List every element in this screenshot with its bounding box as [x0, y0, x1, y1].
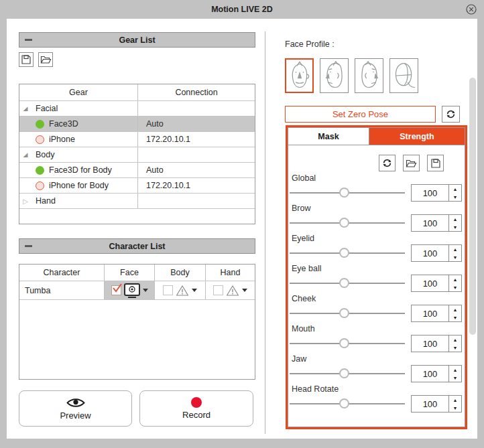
side-profile-head-icon — [391, 60, 417, 91]
slider-label: Mouth — [292, 324, 315, 333]
value-spinbox[interactable]: 100 ▲▼ — [411, 184, 462, 202]
gear-row-iphone[interactable]: iPhone 172.20.10.1 — [19, 132, 255, 147]
slider-handle[interactable] — [339, 278, 349, 288]
slider-handle[interactable] — [339, 368, 349, 378]
slider-handle[interactable] — [339, 188, 349, 198]
vertical-scrollbar[interactable] — [469, 78, 476, 335]
strength-save-button[interactable] — [427, 155, 444, 171]
slider-handle[interactable] — [339, 308, 349, 318]
value-spinbox[interactable]: 100 ▲▼ — [411, 214, 462, 232]
gear-row-hand[interactable]: ▷ Hand — [19, 194, 255, 209]
face-device-button[interactable] — [124, 283, 140, 298]
spin-down-button[interactable]: ▼ — [449, 223, 461, 231]
preview-button[interactable]: Preview — [19, 390, 132, 427]
body-column-header: Body — [155, 265, 206, 281]
character-table-header: Character Face Body Hand — [19, 265, 255, 281]
slider-track[interactable] — [290, 403, 405, 404]
value-spinbox[interactable]: 100 ▲▼ — [411, 395, 462, 413]
spin-down-button[interactable]: ▼ — [449, 404, 461, 412]
expand-open-icon[interactable]: ◢ — [21, 151, 29, 158]
value-spinbox[interactable]: 100 ▲▼ — [411, 365, 462, 382]
gear-list-collapse-button[interactable] — [25, 33, 32, 47]
spin-down-button[interactable]: ▼ — [449, 283, 461, 291]
gear-row-face3d-for-body[interactable]: Face3D for Body Auto — [19, 163, 255, 178]
slider-handle[interactable] — [339, 218, 349, 228]
face-profile-side-button[interactable] — [389, 58, 418, 93]
slider-track[interactable] — [290, 343, 405, 344]
record-label: Record — [182, 410, 210, 420]
strength-reset-button[interactable] — [379, 155, 396, 171]
spin-value: 100 — [412, 245, 448, 261]
gear-save-button[interactable] — [19, 52, 34, 67]
spin-value: 100 — [412, 335, 448, 352]
spin-up-button[interactable]: ▲ — [449, 335, 461, 344]
slider-label: Eyelid — [292, 234, 314, 243]
slider-track[interactable] — [290, 192, 405, 194]
spin-up-button[interactable]: ▲ — [449, 366, 461, 374]
character-table: Character Face Body Hand Tumba — [19, 264, 255, 380]
gear-list-header: Gear List — [19, 32, 255, 48]
connection-column-header: Connection — [138, 84, 255, 100]
slider-track[interactable] — [290, 373, 405, 374]
zero-pose-refresh-button[interactable] — [442, 106, 460, 123]
face-checkbox[interactable] — [111, 285, 121, 295]
spin-up-button[interactable]: ▲ — [449, 396, 461, 404]
gear-row-face3d[interactable]: Face3D Auto — [19, 117, 255, 132]
refresh-icon — [381, 157, 393, 169]
set-zero-pose-button[interactable]: Set Zero Pose — [285, 106, 436, 123]
spin-down-button[interactable]: ▼ — [449, 193, 461, 201]
slider-row-brow: Brow 100 ▲▼ — [288, 205, 465, 235]
slider-row-cheek: Cheek 100 ▲▼ — [288, 295, 465, 325]
gear-row-iphone-for-body[interactable]: iPhone for Body 172.20.10.1 — [19, 178, 255, 194]
close-button[interactable] — [465, 3, 477, 15]
hand-checkbox[interactable] — [213, 285, 223, 295]
spin-up-button[interactable]: ▲ — [449, 275, 461, 283]
gear-row-facial[interactable]: ◢ Facial — [19, 101, 255, 117]
gear-table-header: Gear Connection — [19, 84, 255, 101]
tab-mask[interactable]: Mask — [288, 128, 369, 145]
close-icon — [465, 3, 477, 15]
slider-handle[interactable] — [339, 338, 349, 348]
face-profile-three-quarter-right-button[interactable] — [355, 58, 383, 93]
expand-closed-icon[interactable]: ▷ — [21, 198, 29, 205]
record-button[interactable]: Record — [139, 390, 253, 427]
face-dropdown-icon[interactable] — [143, 289, 148, 292]
value-spinbox[interactable]: 100 ▲▼ — [411, 305, 462, 322]
body-dropdown-icon[interactable] — [192, 289, 197, 292]
spin-up-button[interactable]: ▲ — [449, 305, 461, 313]
slider-track[interactable] — [290, 313, 405, 314]
face-settings-panel-inner: Mask Strength — [288, 127, 465, 427]
slider-row-jaw: Jaw 100 ▲▼ — [288, 356, 465, 386]
gear-open-button[interactable] — [38, 52, 53, 67]
slider-track[interactable] — [290, 222, 405, 224]
expand-open-icon[interactable]: ◢ — [21, 105, 29, 112]
value-spinbox[interactable]: 100 ▲▼ — [411, 335, 462, 352]
body-slot-cell — [155, 281, 206, 299]
spin-up-button[interactable]: ▲ — [449, 245, 461, 253]
spin-down-button[interactable]: ▼ — [449, 344, 461, 352]
tab-bar: Mask Strength — [288, 128, 465, 145]
value-spinbox[interactable]: 100 ▲▼ — [411, 275, 462, 292]
spin-down-button[interactable]: ▼ — [449, 313, 461, 321]
slider-track[interactable] — [290, 252, 405, 254]
hand-dropdown-icon[interactable] — [242, 289, 247, 292]
slider-track[interactable] — [290, 283, 405, 284]
face-profile-front-button[interactable] — [285, 58, 314, 93]
spin-up-button[interactable]: ▲ — [449, 185, 461, 193]
character-list-collapse-button[interactable] — [25, 239, 32, 253]
tab-strength[interactable]: Strength — [369, 128, 465, 145]
warning-icon — [226, 285, 239, 297]
face-profile-three-quarter-left-button[interactable] — [320, 58, 349, 93]
set-zero-pose-label: Set Zero Pose — [332, 109, 388, 119]
slider-handle[interactable] — [339, 248, 349, 258]
spin-up-button[interactable]: ▲ — [449, 215, 461, 223]
gear-row-body[interactable]: ◢ Body — [19, 147, 255, 163]
slider-handle[interactable] — [339, 398, 349, 408]
spin-down-button[interactable]: ▼ — [449, 253, 461, 261]
strength-open-button[interactable] — [403, 155, 420, 171]
value-spinbox[interactable]: 100 ▲▼ — [411, 244, 462, 262]
spin-value: 100 — [412, 185, 448, 201]
body-checkbox[interactable] — [163, 285, 173, 295]
spin-down-button[interactable]: ▼ — [449, 374, 461, 382]
gear-list-title: Gear List — [119, 35, 155, 45]
